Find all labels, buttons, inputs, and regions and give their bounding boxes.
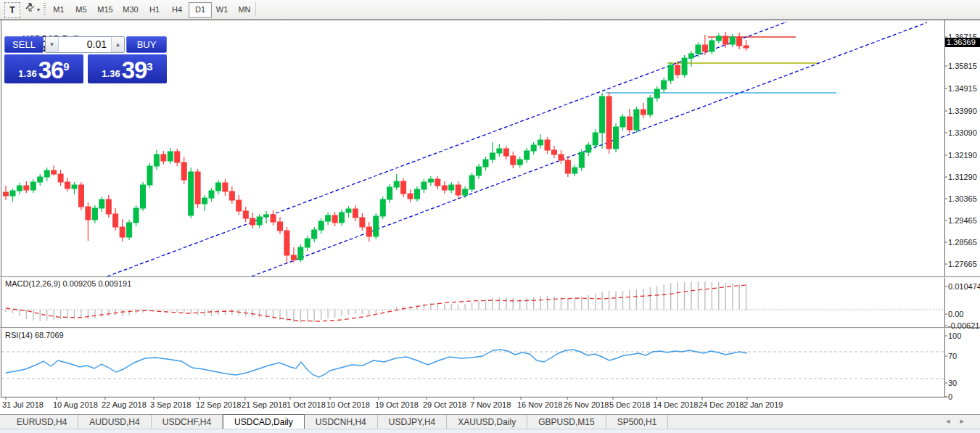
time-axis-label: 26 Nov 2018 <box>564 400 609 409</box>
candle-body <box>497 149 502 153</box>
macd-axis-label: -0.006218 <box>948 321 980 331</box>
price-axis-label: 1.34915 <box>948 84 977 94</box>
time-axis-label: 22 Aug 2018 <box>102 400 147 409</box>
buy-price-display[interactable]: 1.36 39 3 <box>88 54 167 83</box>
rsi-label: RSI(14) 68.7069 <box>5 331 64 339</box>
candle-body <box>387 187 392 199</box>
candle-body <box>442 186 447 190</box>
candle-body <box>586 145 591 152</box>
candle-body <box>524 151 530 160</box>
time-axis-label: 31 Jul 2018 <box>2 400 44 409</box>
price-axis-label: 1.32190 <box>948 151 977 160</box>
price-axis-label: 1.33090 <box>948 128 977 138</box>
candle-body <box>401 181 406 194</box>
candle-body <box>360 218 365 227</box>
time-axis-label: 2 Jan 2019 <box>744 400 783 409</box>
chart-tab-usdcad[interactable]: USDCAD,Daily <box>223 414 305 429</box>
candle-body <box>284 231 289 255</box>
volume-decrease-button[interactable]: ▼ <box>46 37 59 52</box>
candle-body <box>614 127 619 149</box>
time-axis-label: 21 Sep 2018 <box>242 400 287 409</box>
candle-body <box>291 255 296 260</box>
candle-body <box>257 217 262 225</box>
time-axis-label: 19 Oct 2018 <box>375 400 419 409</box>
candle-body <box>490 153 495 160</box>
tab-scroll-arrows[interactable]: ◂▸ <box>946 416 974 426</box>
candle-body <box>72 185 77 189</box>
candle-body <box>730 37 735 44</box>
candle-body <box>10 191 15 196</box>
candle-body <box>477 167 482 176</box>
rsi-axis-label: 0 <box>948 392 952 402</box>
price-axis-label: 1.35815 <box>948 62 977 71</box>
candle-body <box>435 179 440 186</box>
chart-tab-bar: EURUSD,H4AUDUSD,H4USDCHF,H4USDCAD,DailyU… <box>0 414 980 429</box>
candle-body <box>147 166 152 185</box>
chart-tab-sp500[interactable]: SP500,H1 <box>606 415 669 429</box>
candle-body <box>195 172 200 204</box>
sell-button[interactable]: SELL <box>4 36 44 53</box>
candle-body <box>545 140 550 150</box>
candle-body <box>133 208 139 223</box>
candle-body <box>65 182 70 189</box>
candle-body <box>4 192 9 196</box>
candle-body <box>696 45 701 54</box>
candle-body <box>572 168 577 173</box>
time-axis-label: 10 Oct 2018 <box>326 400 370 409</box>
candle-body <box>552 150 557 154</box>
time-axis-label: 14 Dec 2018 <box>653 400 698 409</box>
candle-body <box>469 176 474 189</box>
time-axis-label: 7 Nov 2018 <box>470 400 511 409</box>
price-axis-label: 1.28565 <box>948 238 977 247</box>
candle-body <box>449 185 454 190</box>
candle-body <box>606 96 612 149</box>
candle-body <box>264 215 269 217</box>
chart-tab-eurusd[interactable]: EURUSD,H4 <box>6 415 78 429</box>
chart-tab-audusd[interactable]: AUDUSD,H4 <box>78 415 151 429</box>
candle-body <box>668 65 673 81</box>
volume-increase-button[interactable]: ▲ <box>111 37 124 52</box>
candle-body <box>278 222 283 231</box>
candle-body <box>366 227 371 236</box>
candle-body <box>627 117 632 130</box>
candle-body <box>654 89 659 98</box>
candle-body <box>744 46 749 48</box>
candle-body <box>236 200 242 211</box>
rsi-axis-label: 100 <box>948 331 961 341</box>
candle-body <box>215 183 221 191</box>
chart-tab-gbpusd[interactable]: GBPUSD,M15 <box>527 415 606 429</box>
candle-body <box>380 199 385 216</box>
volume-input[interactable]: 0.01 <box>59 37 111 52</box>
candle-body <box>175 152 180 162</box>
chart-tab-usdjpy[interactable]: USDJPY,H4 <box>378 415 447 429</box>
candle-body <box>120 227 125 237</box>
candle-body <box>394 181 399 187</box>
candle-body <box>421 182 427 189</box>
price-axis-label: 1.30365 <box>948 194 977 204</box>
candle-body <box>538 140 543 145</box>
chart-tab-usdcnh[interactable]: USDCNH,H4 <box>305 415 378 429</box>
rsi-axis-label: 70 <box>948 352 957 361</box>
chart-tab-usdchf[interactable]: USDCHF,H4 <box>152 415 223 429</box>
candle-body <box>709 41 715 51</box>
buy-button[interactable]: BUY <box>126 36 167 53</box>
candle-body <box>52 170 57 174</box>
candle-body <box>737 37 742 46</box>
candle-body <box>154 154 159 166</box>
candle-body <box>209 191 214 198</box>
candle-body <box>17 186 22 191</box>
candle-body <box>141 185 146 208</box>
chart-tab-xauusd[interactable]: XAUUSD,Daily <box>447 415 527 429</box>
candle-body <box>593 133 598 145</box>
candle-body <box>408 194 413 199</box>
candle-body <box>579 152 584 168</box>
candle-body <box>86 207 91 220</box>
candle-body <box>332 215 337 223</box>
candle-body <box>723 36 728 44</box>
candle-body <box>58 174 63 182</box>
rsi-axis-label: 30 <box>948 379 957 388</box>
macd-axis-label: 0.010474 <box>948 282 980 292</box>
candle-body <box>600 96 605 133</box>
mt4-window: T ▾ M1M5M15M30H1H4D1W1MN ▲USDCAD,Daily 1… <box>0 0 980 433</box>
sell-price-display[interactable]: 1.36 36 9 <box>4 54 83 83</box>
